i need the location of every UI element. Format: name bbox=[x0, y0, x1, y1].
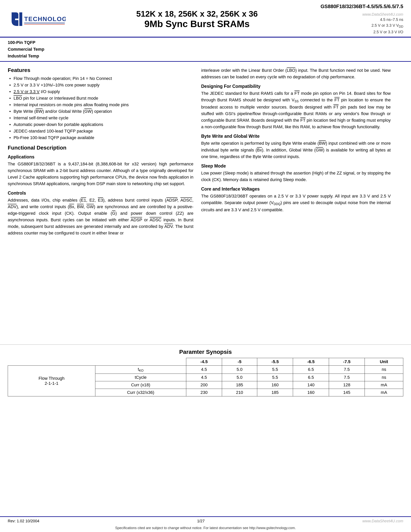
col-45: -4.5 bbox=[186, 358, 222, 365]
feature-item: LBO pin for Linear or Interleaved Burst … bbox=[9, 95, 193, 102]
cell-55: 185 bbox=[257, 389, 293, 396]
feature-item: Flow Through mode operation; Pin 14 = No… bbox=[9, 75, 193, 82]
header: TECHNOLOGY 512K x 18, 256K x 32, 256K x … bbox=[0, 0, 411, 38]
feature-item: JEDEC-standard 100-lead TQFP package bbox=[9, 128, 193, 134]
cell-65: 160 bbox=[293, 389, 329, 396]
main-content: Features Flow Through mode operation; Pi… bbox=[0, 62, 411, 344]
cell-5: 210 bbox=[222, 389, 257, 396]
header-right: GS880F18/32/36BT-4.5/5/5.5/6.5/7.5 www.D… bbox=[320, 3, 403, 35]
logo-area: TECHNOLOGY bbox=[8, 3, 74, 35]
feature-item: 2.5 V or 3.3 V +10%/–10% core power supp… bbox=[9, 82, 193, 88]
row-label-tko: tKO bbox=[95, 365, 186, 374]
features-title: Features bbox=[8, 67, 193, 73]
cell-75: 7.5 bbox=[329, 365, 364, 374]
byte-write-subtitle: Byte Write and Global Write bbox=[201, 134, 391, 139]
cell-65: 6.5 bbox=[293, 365, 329, 374]
core-interface-text: The GS880F18/32/36BT operates on a 2.5 V… bbox=[201, 193, 391, 213]
row-group-label: Flow Through2-1-1-1 bbox=[8, 365, 95, 396]
cell-45: 230 bbox=[186, 389, 222, 396]
feature-item: Pb-Free 100-lead TQFP package available bbox=[9, 134, 193, 141]
cell-unit: mA bbox=[365, 389, 403, 396]
cell-45: 4.5 bbox=[186, 374, 222, 381]
cell-65: 140 bbox=[293, 381, 329, 389]
feature-item: Internal self-timed write cycle bbox=[9, 115, 193, 121]
applications-text: The GS880F18/32/36BT is a 9,437,184-bit … bbox=[8, 161, 193, 187]
cell-45: 200 bbox=[186, 381, 222, 389]
cell-45: 4.5 bbox=[186, 365, 222, 374]
core-interface-subtitle: Core and Interface Voltages bbox=[201, 187, 391, 192]
subheader: 100-Pin TQFP Commercial Temp Industrial … bbox=[0, 38, 411, 62]
cell-5: 5.0 bbox=[222, 365, 257, 374]
feature-item: Byte Write (BW) and/or Global Write (GW)… bbox=[9, 108, 193, 115]
byte-write-text: Byte write operation is performed by usi… bbox=[201, 140, 391, 160]
cell-unit: ns bbox=[365, 374, 403, 381]
sleep-mode-subtitle: Sleep Mode bbox=[201, 163, 391, 169]
cell-75: 7.5 bbox=[329, 374, 364, 381]
feature-item: Automatic power-down for portable applic… bbox=[9, 121, 193, 128]
gsi-logo: TECHNOLOGY bbox=[8, 10, 66, 28]
designing-compat-text: The JEDEC standard for Burst RAMS calls … bbox=[201, 90, 391, 130]
col-5: -5 bbox=[222, 358, 257, 365]
subheader-left: 100-Pin TQFP Commercial Temp Industrial … bbox=[8, 39, 44, 60]
footer: Rev: 1.02 10/2004 1/27 www.DataSheet4U.c… bbox=[0, 516, 411, 525]
spec-speed: 4.5 ns–7.5 ns 2.5 V or 3.3 V VDD 2.5 V o… bbox=[372, 17, 403, 35]
col-empty2 bbox=[95, 358, 186, 365]
cell-unit: mA bbox=[365, 381, 403, 389]
cell-unit: ns bbox=[365, 365, 403, 374]
cell-75: 128 bbox=[329, 381, 364, 389]
col-unit: Unit bbox=[365, 358, 403, 365]
cell-5: 5.0 bbox=[222, 374, 257, 381]
svg-text:TECHNOLOGY: TECHNOLOGY bbox=[24, 16, 66, 22]
header-watermark: www.DataSheet4U.com bbox=[363, 12, 403, 17]
col-65: -6.5 bbox=[293, 358, 329, 365]
row-label-tcycle: tCycle bbox=[95, 374, 186, 381]
footer-note: Specifications cited are subject to chan… bbox=[0, 525, 411, 532]
feature-item: 2.5 V or 3.3 V I/O supply bbox=[9, 88, 193, 95]
footer-page: 1/27 bbox=[197, 519, 205, 523]
table-row: Flow Through2-1-1-1 tKO 4.5 5.0 5.5 6.5 … bbox=[8, 365, 403, 374]
cell-55: 5.5 bbox=[257, 374, 293, 381]
controls-subtitle: Controls bbox=[8, 190, 193, 196]
cell-65: 6.5 bbox=[293, 374, 329, 381]
cell-75: 145 bbox=[329, 389, 364, 396]
cell-5: 185 bbox=[222, 381, 257, 389]
cell-55: 160 bbox=[257, 381, 293, 389]
table-header-row: -4.5 -5 -5.5 -6.5 -7.5 Unit bbox=[8, 358, 403, 365]
applications-subtitle: Applications bbox=[8, 154, 193, 160]
sleep-mode-text: Low power (Sleep mode) is attained throu… bbox=[201, 170, 391, 183]
col-55: -5.5 bbox=[257, 358, 293, 365]
footer-watermark: www.DataSheet4U.com bbox=[363, 519, 403, 523]
col-empty1 bbox=[8, 358, 95, 365]
left-column: Features Flow Through mode operation; Pi… bbox=[8, 67, 193, 341]
cell-55: 5.5 bbox=[257, 365, 293, 374]
title-main: 512K x 18, 256K x 32, 256K x 36 bbox=[136, 9, 258, 19]
designing-compat-subtitle: Designing For Compatibility bbox=[201, 84, 391, 89]
controls-text: Addresses, data I/Os, chip enables (E1, … bbox=[8, 197, 193, 237]
row-label-curr-x18: Curr (x18) bbox=[95, 381, 186, 389]
spacer bbox=[0, 400, 411, 516]
header-center: 512K x 18, 256K x 32, 256K x 36 9Mb Sync… bbox=[74, 3, 320, 35]
param-synopsis-title: Paramter Synopsis bbox=[8, 349, 403, 355]
right-column: interleave order with the Linear Burst O… bbox=[201, 67, 391, 341]
param-synopsis-section: Paramter Synopsis -4.5 -5 -5.5 -6.5 -7.5… bbox=[0, 344, 411, 400]
part-number: GS880F18/32/36BT-4.5/5/5.5/6.5/7.5 bbox=[320, 3, 403, 10]
col-75: -7.5 bbox=[329, 358, 364, 365]
func-desc-title: Functional Description bbox=[8, 145, 193, 151]
row-label-curr-x32: Curr (x32/x36) bbox=[95, 389, 186, 396]
param-table: -4.5 -5 -5.5 -6.5 -7.5 Unit Flow Through… bbox=[8, 358, 403, 396]
feature-item: Internal input resistors on mode pins al… bbox=[9, 102, 193, 108]
burst-continuation-text: interleave order with the Linear Burst O… bbox=[201, 67, 391, 80]
footer-rev: Rev: 1.02 10/2004 bbox=[8, 519, 39, 523]
features-list: Flow Through mode operation; Pin 14 = No… bbox=[8, 75, 193, 141]
page: TECHNOLOGY 512K x 18, 256K x 32, 256K x … bbox=[0, 0, 411, 532]
title-sub: 9Mb Sync Burst SRAMs bbox=[144, 19, 250, 29]
